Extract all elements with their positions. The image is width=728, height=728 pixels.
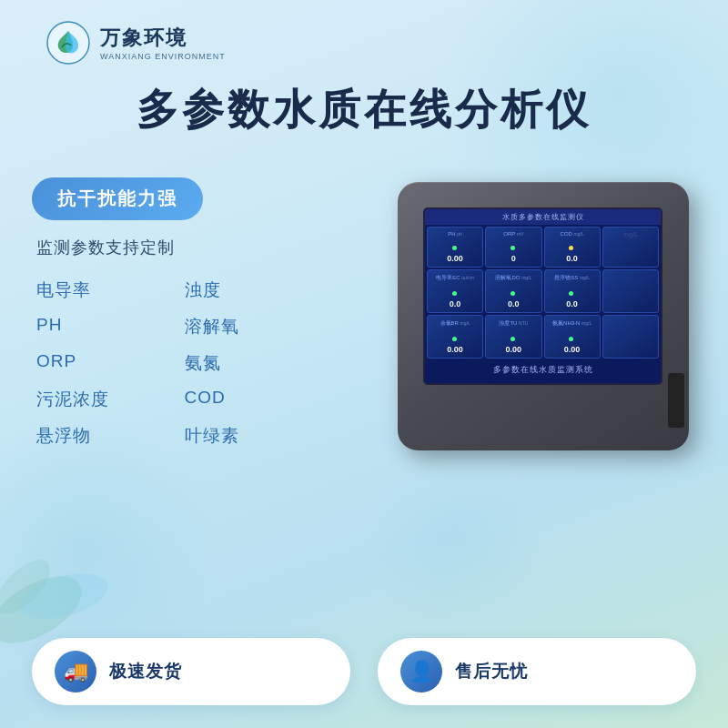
device-cable	[668, 373, 684, 428]
cell-cod: COD mg/L 0.0	[544, 227, 601, 268]
cell-tu: 浊度TU NTU 0.00	[485, 315, 541, 359]
screen-title: 水质多参数在线监测仪	[425, 209, 661, 225]
feature-item-3: 溶解氧	[185, 315, 315, 339]
screen-bottom-label: 多参数在线水质监测系统	[425, 364, 661, 376]
bottom-bar: 🚚 极速发货 👤 售后无忧	[32, 638, 696, 705]
main-title: 多参数水质在线分析仪	[0, 82, 728, 138]
cell-do: 溶解氧DO mg/L 0.0	[485, 269, 541, 313]
brand-logo-icon	[46, 20, 91, 66]
brand-name-block: 万象环境 WANXIANG ENVIRONMENT	[100, 25, 226, 61]
device-screen: 水质多参数在线监测仪 PH ph 0.00 ORP mV 0 COD mg/L …	[423, 207, 662, 385]
feature-item-7: COD	[185, 388, 315, 411]
device-body: 水质多参数在线监测仪 PH ph 0.00 ORP mV 0 COD mg/L …	[398, 182, 689, 450]
cell-empty1: mg/L	[602, 227, 659, 268]
cell-ec: 电导率EC uu/cm 0.0	[427, 269, 483, 313]
subtitle-text: 监测参数支持定制	[32, 237, 314, 258]
logo-area: 万象环境 WANXIANG ENVIRONMENT	[46, 20, 226, 66]
cell-empty2	[602, 269, 659, 313]
screen-grid: PH ph 0.00 ORP mV 0 COD mg/L 0.0 mg/L	[425, 225, 661, 360]
badge-service-text: 售后无忧	[455, 660, 528, 683]
feature-item-9: 叶绿素	[185, 424, 315, 448]
feature-item-2: PH	[36, 315, 167, 339]
feature-item-6: 污泥浓度	[36, 388, 167, 411]
feature-item-8: 悬浮物	[36, 424, 167, 448]
feature-item-4: ORP	[36, 351, 167, 375]
brand-name-cn: 万象环境	[100, 25, 226, 52]
feature-item-1: 浊度	[185, 278, 315, 302]
leaf-decoration	[0, 537, 127, 655]
badge-delivery-text: 极速发货	[109, 660, 182, 683]
feature-item-0: 电导率	[36, 278, 167, 302]
feature-item-5: 氨氮	[185, 351, 315, 375]
highlight-tag: 抗干扰能力强	[32, 177, 203, 220]
device-area: 水质多参数在线监测仪 PH ph 0.00 ORP mV 0 COD mg/L …	[384, 164, 703, 491]
badge-service: 👤 售后无忧	[378, 638, 696, 705]
features-panel: 抗干扰能力强 监测参数支持定制 电导率 浊度 PH 溶解氧 ORP 氨氮 污泥浓…	[32, 177, 314, 448]
delivery-icon: 🚚	[55, 651, 96, 693]
cell-br: 余氯BR mg/L 0.00	[427, 315, 483, 359]
cell-orp: ORP mV 0	[485, 227, 541, 268]
cell-ph: PH ph 0.00	[427, 227, 483, 268]
brand-name-en: WANXIANG ENVIRONMENT	[100, 52, 226, 61]
cell-ss: 悬浮物SS mg/L 0.0	[544, 269, 601, 313]
cell-nh3: 氨氮NH3-N mg/L 0.00	[544, 315, 601, 359]
service-icon: 👤	[400, 651, 442, 693]
features-grid: 电导率 浊度 PH 溶解氧 ORP 氨氮 污泥浓度 COD 悬浮物 叶绿素	[32, 278, 314, 448]
cell-empty3	[602, 315, 659, 359]
